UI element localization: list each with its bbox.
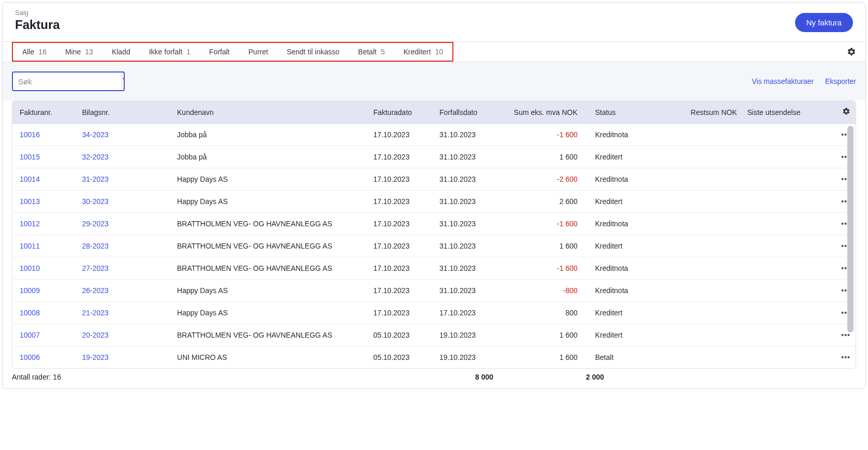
invoice-no-link[interactable]: 10011 bbox=[12, 235, 77, 257]
voucher-no-link[interactable]: 34-2023 bbox=[77, 124, 172, 146]
voucher-no-link[interactable]: 30-2023 bbox=[77, 191, 172, 213]
sum-value: 1 600 bbox=[508, 346, 583, 369]
customer-name: Happy Days AS bbox=[172, 280, 368, 302]
last-sent-value bbox=[742, 124, 831, 146]
tab-mine[interactable]: Mine13 bbox=[56, 43, 102, 61]
customer-name: BRATTHOLMEN VEG- OG HAVNEANLEGG AS bbox=[172, 324, 368, 346]
new-invoice-button[interactable]: Ny faktura bbox=[795, 13, 853, 32]
invoice-no-link[interactable]: 10007 bbox=[12, 324, 77, 346]
status-value: Kreditnota bbox=[583, 168, 656, 191]
invoice-date: 05.10.2023 bbox=[368, 346, 434, 369]
last-sent-value bbox=[742, 168, 831, 191]
customer-name: BRATTHOLMEN VEG- OG HAVNEANLEGG AS bbox=[172, 257, 368, 280]
sum-value: -2 600 bbox=[508, 168, 583, 191]
col-last-sent[interactable]: Siste utsendelse bbox=[742, 101, 831, 124]
invoice-date: 17.10.2023 bbox=[368, 213, 434, 235]
col-invoice-no[interactable]: Fakturanr. bbox=[12, 101, 77, 124]
table-row: 1001532-2023Jobba på17.10.202331.10.2023… bbox=[12, 146, 856, 168]
tab-ikke-forfalt[interactable]: Ikke forfalt1 bbox=[140, 43, 200, 61]
invoice-no-link[interactable]: 10013 bbox=[12, 191, 77, 213]
voucher-no-link[interactable]: 20-2023 bbox=[77, 324, 172, 346]
table-row: 1001229-2023BRATTHOLMEN VEG- OG HAVNEANL… bbox=[12, 213, 856, 235]
last-sent-value bbox=[742, 324, 831, 346]
tabs-highlighted-region: Alle16Mine13KladdIkke forfalt1ForfaltPur… bbox=[12, 42, 453, 62]
tab-betalt[interactable]: Betalt5 bbox=[349, 43, 394, 61]
voucher-no-link[interactable]: 19-2023 bbox=[77, 346, 172, 369]
rest-value bbox=[656, 280, 742, 302]
col-voucher-no[interactable]: Bilagsnr. bbox=[77, 101, 172, 124]
last-sent-value bbox=[742, 146, 831, 168]
tab-kladd[interactable]: Kladd bbox=[102, 43, 140, 61]
rest-value bbox=[656, 324, 742, 346]
last-sent-value bbox=[742, 346, 831, 369]
sum-value: 1 600 bbox=[508, 235, 583, 257]
col-invoice-date[interactable]: Fakturadato bbox=[368, 101, 434, 124]
invoice-no-link[interactable]: 10014 bbox=[12, 168, 77, 191]
invoice-no-link[interactable]: 10015 bbox=[12, 146, 77, 168]
customer-name: BRATTHOLMEN VEG- OG HAVNEANLEGG AS bbox=[172, 235, 368, 257]
voucher-no-link[interactable]: 32-2023 bbox=[77, 146, 172, 168]
invoice-date: 17.10.2023 bbox=[368, 124, 434, 146]
tab-purret[interactable]: Purret bbox=[239, 43, 277, 61]
voucher-no-link[interactable]: 28-2023 bbox=[77, 235, 172, 257]
tab-kreditert[interactable]: Kreditert10 bbox=[394, 43, 452, 61]
tab-sendt-til-inkasso[interactable]: Sendt til inkasso bbox=[277, 43, 349, 61]
tab-alle[interactable]: Alle16 bbox=[13, 43, 56, 61]
sum-value: -1 600 bbox=[508, 257, 583, 280]
last-sent-value bbox=[742, 280, 831, 302]
invoice-no-link[interactable]: 10012 bbox=[12, 213, 77, 235]
table-row: 1001128-2023BRATTHOLMEN VEG- OG HAVNEANL… bbox=[12, 235, 856, 257]
invoice-date: 17.10.2023 bbox=[368, 146, 434, 168]
search-input[interactable] bbox=[13, 72, 122, 90]
status-value: Kreditnota bbox=[583, 124, 656, 146]
invoice-no-link[interactable]: 10006 bbox=[12, 346, 77, 369]
voucher-no-link[interactable]: 27-2023 bbox=[77, 257, 172, 280]
col-sum[interactable]: Sum eks. mva NOK bbox=[508, 101, 583, 124]
col-status[interactable]: Status bbox=[583, 101, 656, 124]
sum-value: -800 bbox=[508, 280, 583, 302]
mass-invoices-link[interactable]: Vis massefakturaer bbox=[752, 77, 814, 85]
tab-count: 1 bbox=[186, 48, 190, 56]
last-sent-value bbox=[742, 191, 831, 213]
table-row: 1001431-2023Happy Days AS17.10.202331.10… bbox=[12, 168, 856, 191]
invoice-date: 17.10.2023 bbox=[368, 168, 434, 191]
due-date: 31.10.2023 bbox=[434, 146, 508, 168]
row-count-label: Antall rader: 16 bbox=[12, 373, 146, 381]
col-customer-name[interactable]: Kundenavn bbox=[172, 101, 368, 124]
voucher-no-link[interactable]: 29-2023 bbox=[77, 213, 172, 235]
export-link[interactable]: Eksporter bbox=[825, 77, 856, 85]
tab-label: Purret bbox=[248, 48, 268, 56]
voucher-no-link[interactable]: 31-2023 bbox=[77, 168, 172, 191]
last-sent-value bbox=[742, 213, 831, 235]
due-date: 31.10.2023 bbox=[434, 124, 508, 146]
tab-forfalt[interactable]: Forfalt bbox=[200, 43, 239, 61]
scrollbar[interactable] bbox=[847, 126, 855, 366]
status-value: Kreditert bbox=[583, 191, 656, 213]
col-rest-sum[interactable]: Restsum NOK bbox=[656, 101, 742, 124]
voucher-no-link[interactable]: 21-2023 bbox=[77, 302, 172, 324]
due-date: 31.10.2023 bbox=[434, 235, 508, 257]
filter-button[interactable] bbox=[122, 72, 125, 90]
tab-label: Kreditert bbox=[403, 48, 431, 56]
tab-label: Alle bbox=[22, 48, 34, 56]
invoice-no-link[interactable]: 10009 bbox=[12, 280, 77, 302]
invoice-no-link[interactable]: 10010 bbox=[12, 257, 77, 280]
sum-value: 2 600 bbox=[508, 191, 583, 213]
col-due-date[interactable]: Forfallsdato bbox=[434, 101, 508, 124]
status-value: Kreditert bbox=[583, 235, 656, 257]
invoice-no-link[interactable]: 10016 bbox=[12, 124, 77, 146]
due-date: 31.10.2023 bbox=[434, 168, 508, 191]
table-row: 1000720-2023BRATTHOLMEN VEG- OG HAVNEANL… bbox=[12, 324, 856, 346]
sum-value: 800 bbox=[508, 302, 583, 324]
last-sent-value bbox=[742, 257, 831, 280]
invoice-no-link[interactable]: 10008 bbox=[12, 302, 77, 324]
due-date: 19.10.2023 bbox=[434, 324, 508, 346]
tabs-settings-button[interactable] bbox=[847, 47, 856, 56]
table-row: 1001027-2023BRATTHOLMEN VEG- OG HAVNEANL… bbox=[12, 257, 856, 280]
tab-label: Kladd bbox=[112, 48, 130, 56]
due-date: 31.10.2023 bbox=[434, 257, 508, 280]
voucher-no-link[interactable]: 26-2023 bbox=[77, 280, 172, 302]
table-row: 1000926-2023Happy Days AS17.10.202331.10… bbox=[12, 280, 856, 302]
table-settings-button[interactable] bbox=[831, 101, 856, 124]
gear-icon bbox=[847, 47, 856, 56]
